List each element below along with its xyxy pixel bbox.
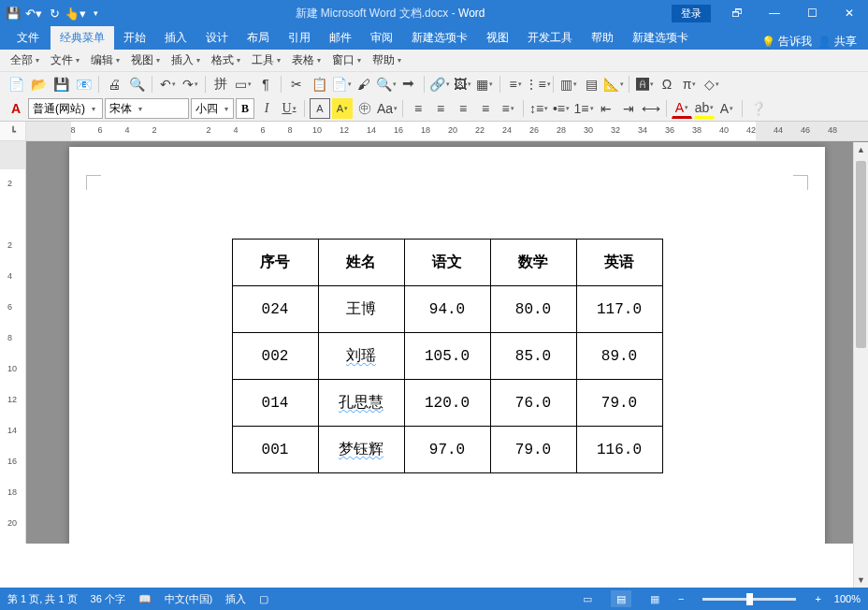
table-cell[interactable]: 014 xyxy=(232,380,318,427)
styles-icon[interactable]: A xyxy=(6,98,26,119)
preview-icon[interactable]: 🔍 xyxy=(126,74,147,94)
line-spacing-icon[interactable]: ↕≡ xyxy=(528,98,549,119)
ruler-corner-icon[interactable]: ┗ xyxy=(0,122,26,140)
table-cell[interactable]: 97.0 xyxy=(404,427,490,473)
maximize-button[interactable]: ☐ xyxy=(793,0,831,26)
close-button[interactable]: ✕ xyxy=(831,0,868,26)
tab-design[interactable]: 设计 xyxy=(196,26,238,50)
table-row[interactable]: 001梦钰辉97.079.0116.0 xyxy=(232,427,662,473)
undo-button[interactable]: ↶ xyxy=(157,74,178,94)
open-icon[interactable]: 📂 xyxy=(28,74,49,94)
proofing-icon[interactable]: 📖 xyxy=(138,593,152,605)
font-color-icon[interactable]: A xyxy=(672,98,692,119)
columns-icon[interactable]: ▥ xyxy=(558,74,579,94)
zoom-thumb[interactable] xyxy=(746,593,753,605)
bullets-2-icon[interactable]: •≡ xyxy=(551,98,571,119)
menu-insert[interactable]: 插入 xyxy=(166,51,205,70)
goto-icon[interactable]: ⮕ xyxy=(398,74,419,94)
numbering-2-icon[interactable]: 1≡ xyxy=(573,98,594,119)
table-cell[interactable]: 79.0 xyxy=(576,380,662,427)
table-cell[interactable]: 117.0 xyxy=(576,286,662,333)
find-icon[interactable]: 🔍 xyxy=(376,74,397,94)
tell-me-button[interactable]: 💡 告诉我 xyxy=(761,34,812,50)
minimize-button[interactable]: — xyxy=(756,0,793,26)
redo-button[interactable]: ↷ xyxy=(180,74,200,94)
web-layout-icon[interactable]: ▦ xyxy=(644,590,665,607)
char-scale-icon[interactable]: ⟷ xyxy=(641,98,661,119)
phonetic-icon[interactable]: 拼 xyxy=(210,74,231,94)
align-left-icon[interactable]: ≡ xyxy=(408,98,428,119)
menu-edit[interactable]: 编辑 xyxy=(86,51,124,70)
table-cell[interactable]: 王博 xyxy=(318,286,404,333)
data-table[interactable]: 序号姓名语文数学英语 024王博94.080.0117.0002刘瑶105.08… xyxy=(232,239,663,473)
vertical-ruler[interactable]: 22468101214161820 xyxy=(0,141,26,544)
table-header[interactable]: 姓名 xyxy=(318,240,404,286)
scroll-down-icon[interactable]: ▼ xyxy=(854,573,868,588)
char-border-button[interactable]: A xyxy=(310,98,330,119)
zoom-in-button[interactable]: + xyxy=(815,593,820,604)
table-cell[interactable]: 120.0 xyxy=(404,380,490,427)
tab-insert[interactable]: 插入 xyxy=(155,26,196,50)
print-icon[interactable]: 🖨 xyxy=(104,74,124,94)
align-right-icon[interactable]: ≡ xyxy=(453,98,473,119)
table-cell[interactable]: 002 xyxy=(232,333,318,380)
tab-home[interactable]: 开始 xyxy=(114,26,155,50)
menu-all[interactable]: 全部 xyxy=(6,51,44,70)
help-icon[interactable]: ❔ xyxy=(747,98,768,119)
login-button[interactable]: 登录 xyxy=(672,5,711,22)
table-row[interactable]: 024王博94.080.0117.0 xyxy=(232,286,662,333)
font-size-selector[interactable]: 小四 xyxy=(191,98,234,119)
border-button[interactable]: ▭ xyxy=(233,74,253,94)
save-icon-2[interactable]: 💾 xyxy=(51,74,71,94)
vertical-scrollbar[interactable]: ▲ ▼ xyxy=(853,142,868,588)
save-icon[interactable]: 💾 xyxy=(4,4,22,22)
new-doc-icon[interactable]: 📄 xyxy=(6,74,26,94)
table-cell[interactable]: 001 xyxy=(232,427,318,473)
zoom-slider[interactable] xyxy=(702,598,796,601)
table-cell[interactable]: 94.0 xyxy=(404,286,490,333)
menu-view[interactable]: 视图 xyxy=(126,51,165,70)
char-shading-button[interactable]: A xyxy=(332,98,353,119)
table-icon[interactable]: ▦ xyxy=(474,74,495,94)
table-cell[interactable]: 116.0 xyxy=(576,427,662,473)
decrease-indent-icon[interactable]: ⇤ xyxy=(596,98,616,119)
table-cell[interactable]: 89.0 xyxy=(576,333,662,380)
wordart-icon[interactable]: 🅰 xyxy=(634,74,655,94)
page-number-label[interactable]: 第 1 页, 共 1 页 xyxy=(7,592,78,606)
hyperlink-icon[interactable]: 🔗 xyxy=(429,74,450,94)
menu-tools[interactable]: 工具 xyxy=(247,51,285,70)
tab-layout[interactable]: 布局 xyxy=(238,26,279,50)
increase-indent-icon[interactable]: ⇥ xyxy=(618,98,639,119)
tab-new2[interactable]: 新建选项卡 xyxy=(623,26,698,50)
equation-icon[interactable]: π xyxy=(679,74,700,94)
highlight-icon[interactable]: ab xyxy=(694,98,715,119)
tab-view[interactable]: 视图 xyxy=(477,26,518,50)
table-cell[interactable]: 85.0 xyxy=(490,333,576,380)
table-row[interactable]: 014孔思慧120.076.079.0 xyxy=(232,380,662,427)
macro-icon[interactable]: ▢ xyxy=(259,593,268,605)
show-marks-icon[interactable]: ¶ xyxy=(255,74,276,94)
tab-new1[interactable]: 新建选项卡 xyxy=(402,26,477,50)
tab-references[interactable]: 引用 xyxy=(279,26,320,50)
font-selector[interactable]: 宋体 xyxy=(105,98,189,119)
redo-icon[interactable]: ↻ xyxy=(45,4,64,22)
print-layout-icon[interactable]: ▤ xyxy=(611,590,631,607)
table-header[interactable]: 序号 xyxy=(232,240,318,286)
style-selector[interactable]: 普通(网站) xyxy=(28,98,103,119)
menu-file[interactable]: 文件 xyxy=(46,51,84,70)
table-header[interactable]: 英语 xyxy=(576,240,662,286)
special-format-icon[interactable]: A xyxy=(716,98,737,119)
menu-table[interactable]: 表格 xyxy=(287,51,326,70)
email-icon[interactable]: 📧 xyxy=(73,74,94,94)
scroll-up-icon[interactable]: ▲ xyxy=(854,142,868,157)
cut-icon[interactable]: ✂ xyxy=(286,74,307,94)
zoom-percent-label[interactable]: 100% xyxy=(834,593,861,604)
qat-customize-icon[interactable]: ▾ xyxy=(86,4,105,22)
share-button[interactable]: 👤 共享 xyxy=(817,34,857,50)
symbol-icon[interactable]: Ω xyxy=(657,74,677,94)
insert-mode-label[interactable]: 插入 xyxy=(225,592,246,606)
numbering-icon[interactable]: ⋮≡ xyxy=(528,74,548,94)
table-cell[interactable]: 105.0 xyxy=(404,333,490,380)
touch-mode-icon[interactable]: 👆▾ xyxy=(65,4,84,22)
undo-icon[interactable]: ↶▾ xyxy=(24,4,43,22)
